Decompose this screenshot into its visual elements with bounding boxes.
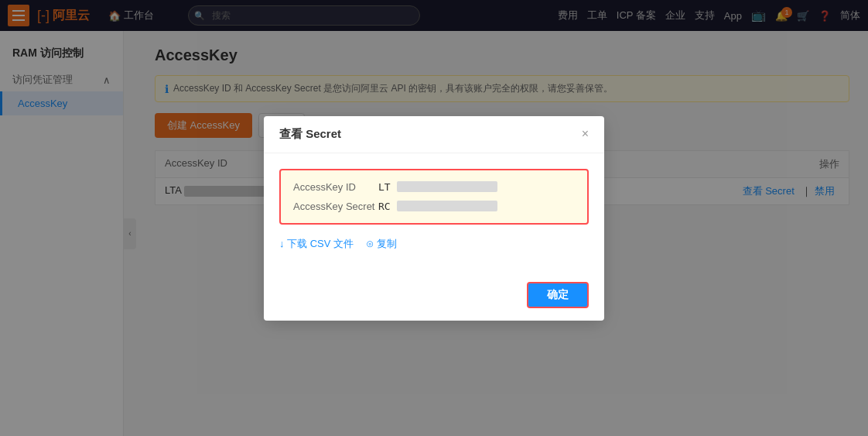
main-content: AccessKey ℹ AccessKey ID 和 AccessKey Sec…: [136, 31, 868, 436]
secret-masked-value: [397, 201, 497, 211]
confirm-button[interactable]: 确定: [527, 282, 589, 308]
download-csv-link[interactable]: ↓ 下载 CSV 文件: [279, 237, 354, 251]
id-masked-value: [397, 181, 497, 192]
accesskey-id-label: AccessKey ID: [293, 181, 378, 193]
id-text-prefix: LT: [378, 181, 391, 193]
accesskey-secret-row: AccessKey Secret RC: [293, 201, 575, 212]
accesskey-id-row: AccessKey ID LT: [293, 181, 575, 193]
dialog-body: AccessKey ID LT AccessKey Secret RC: [264, 153, 604, 274]
secret-info-box: AccessKey ID LT AccessKey Secret RC: [279, 169, 589, 225]
dialog-action-links: ↓ 下载 CSV 文件 ⊙ 复制: [279, 237, 589, 251]
modal-overlay: 查看 Secret × AccessKey ID LT Acc: [136, 31, 868, 436]
accesskey-secret-value: RC: [378, 201, 497, 212]
dialog-title: 查看 Secret: [279, 127, 341, 142]
accesskey-secret-label: AccessKey Secret: [293, 201, 378, 212]
dialog-footer: 确定: [264, 274, 604, 321]
accesskey-id-value: LT: [378, 181, 497, 193]
secret-dialog: 查看 Secret × AccessKey ID LT Acc: [264, 116, 604, 321]
dialog-close-button[interactable]: ×: [582, 127, 589, 141]
main-layout: RAM 访问控制 访问凭证管理 ∧ AccessKey ‹ AccessKey …: [0, 31, 868, 436]
secret-text-prefix: RC: [378, 201, 391, 212]
dialog-header: 查看 Secret ×: [264, 116, 604, 153]
copy-link[interactable]: ⊙ 复制: [366, 237, 397, 251]
